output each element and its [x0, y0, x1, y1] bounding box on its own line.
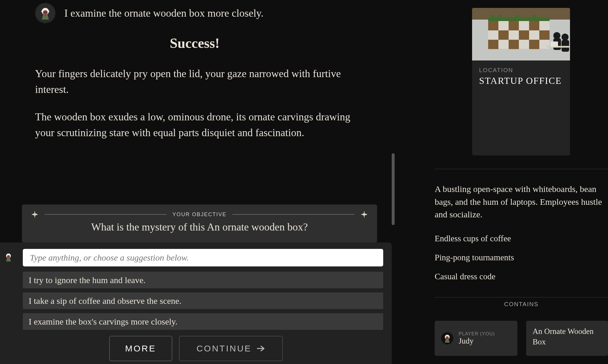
input-avatar [4, 253, 13, 261]
location-card[interactable]: LOCATION STARTUP OFFICE [472, 8, 570, 155]
svg-rect-15 [519, 30, 529, 40]
contains-player-card[interactable]: PLAYER (YOU) Judy [435, 321, 517, 356]
avatar-icon [443, 334, 452, 343]
svg-point-28 [446, 336, 449, 339]
svg-rect-11 [488, 21, 498, 30]
player-action-row: I examine the ornate wooden box more clo… [35, 3, 389, 23]
objective-panel: YOUR OBJECTIVE What is the mystery of th… [22, 204, 377, 242]
svg-point-2 [44, 12, 45, 13]
location-bullet-2: Ping-pong tournaments [435, 253, 608, 262]
objective-header: YOUR OBJECTIVE [31, 210, 368, 219]
player-name: Judy [459, 337, 495, 346]
divider [435, 297, 608, 297]
location-image [472, 8, 570, 60]
continue-button-label: CONTINUE [196, 344, 252, 353]
avatar-icon [4, 253, 13, 261]
arrow-right-icon [257, 346, 265, 351]
svg-rect-4 [45, 14, 46, 16]
button-row: MORE CONTINUE [0, 336, 392, 361]
divider-line [232, 214, 354, 215]
player-avatar [35, 3, 56, 23]
svg-rect-19 [529, 40, 539, 49]
suggestion-1[interactable]: I try to ignore the hum and leave. [23, 272, 383, 288]
svg-point-1 [43, 10, 48, 15]
suggestion-2[interactable]: I take a sip of coffee and observe the s… [23, 292, 383, 309]
svg-rect-20 [488, 18, 550, 21]
svg-point-6 [7, 255, 10, 258]
location-description: A bustling open-space with whiteboards, … [435, 183, 608, 221]
svg-rect-25 [547, 46, 570, 48]
side-column: LOCATION STARTUP OFFICE A bustling open-… [433, 0, 608, 364]
contains-item-card[interactable]: An Ornate Wooden Box [526, 321, 608, 356]
svg-point-21 [553, 32, 560, 39]
svg-point-23 [562, 34, 569, 41]
office-illustration [472, 8, 570, 60]
svg-rect-12 [509, 21, 519, 30]
player-meta: PLAYER (YOU) Judy [459, 331, 495, 346]
more-button[interactable]: MORE [109, 336, 172, 361]
location-bullet-1: Endless cups of coffee [435, 234, 608, 243]
player-avatar-small [441, 332, 453, 344]
location-name: STARTUP OFFICE [479, 75, 563, 86]
continue-button[interactable]: CONTINUE [179, 336, 283, 361]
divider-line [45, 214, 167, 215]
story-history: I examine the ornate wooden box more clo… [0, 0, 395, 238]
objective-label: YOUR OBJECTIVE [172, 212, 227, 218]
avatar-icon [39, 7, 52, 20]
divider [435, 169, 608, 169]
narration-paragraph-2: The wooden box exudes a low, ominous dro… [35, 109, 354, 141]
player-tag: PLAYER (YOU) [459, 331, 495, 337]
player-action-text: I examine the ornate wooden box more clo… [64, 7, 263, 19]
item-name: An Ornate Wooden Box [533, 326, 602, 347]
action-input[interactable] [23, 249, 383, 266]
location-label: LOCATION [479, 67, 570, 74]
svg-rect-17 [488, 40, 498, 49]
sparkle-icon [31, 210, 39, 219]
story-scrollbar[interactable] [392, 153, 395, 225]
svg-rect-26 [550, 41, 558, 47]
suggestion-3[interactable]: I examine the box's carvings more closel… [23, 313, 383, 330]
svg-rect-18 [509, 40, 519, 49]
contains-label: CONTAINS [435, 301, 608, 308]
objective-text: What is the mystery of this An ornate wo… [31, 221, 368, 233]
narration-paragraph-1: Your fingers delicately pry open the lid… [35, 66, 354, 97]
svg-rect-16 [539, 30, 550, 40]
svg-point-3 [46, 12, 47, 13]
svg-rect-14 [498, 30, 509, 40]
result-heading: Success! [0, 35, 389, 51]
main-column: I examine the ornate wooden box more clo… [0, 0, 395, 364]
svg-rect-13 [529, 21, 539, 30]
location-bullet-3: Casual dress code [435, 272, 608, 281]
sparkle-icon [360, 210, 368, 219]
